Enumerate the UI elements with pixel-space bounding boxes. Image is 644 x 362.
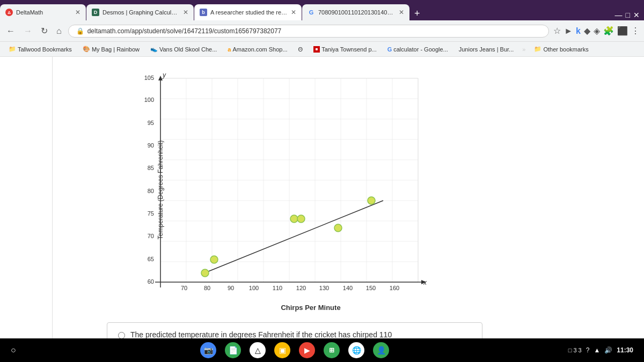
url-bar[interactable]: 🔒 deltamath.com/app/student/solve/164721…: [68, 25, 550, 38]
bookmark-theta[interactable]: Θ: [294, 45, 308, 54]
battery-text: □ 3 3: [568, 347, 582, 353]
person-icon: 👤: [377, 346, 386, 354]
tab-researcher[interactable]: b A researcher studied the relation ✕: [194, 4, 302, 20]
bookmark-star-icon[interactable]: ☆: [553, 26, 561, 36]
chart-svg-wrapper: y x 60 65 70 75 80 85 90 9: [139, 73, 472, 300]
tab-bar: Δ DeltaMath ✕ D Desmos | Graphing Calcul…: [0, 0, 644, 20]
volume-icon: 🔊: [604, 346, 612, 354]
desmos-favicon: D: [92, 9, 99, 16]
x-tick-150: 150: [366, 285, 376, 291]
chrome-icon: ○: [11, 345, 16, 354]
tab-deltamath-label: DeltaMath: [16, 9, 72, 16]
data-point-6: [368, 197, 375, 204]
bookmark-theta-label: Θ: [298, 46, 303, 53]
x-tick-130: 130: [319, 285, 329, 291]
data-point-2: [210, 256, 218, 263]
bookmark-juniors[interactable]: Juniors Jeans | Bur...: [455, 45, 518, 54]
taskbar-files-icon[interactable]: 📄: [225, 342, 241, 358]
taskbar-person-icon[interactable]: 👤: [373, 342, 389, 358]
bookmark-taniya[interactable]: ■ Taniya Townsend p...: [309, 45, 381, 54]
bookmark-vans-label: Vans Old Skool Che...: [159, 46, 217, 53]
tab-researcher-close[interactable]: ✕: [291, 9, 296, 16]
tab-deltamath-close[interactable]: ✕: [75, 9, 80, 16]
x-tick-110: 110: [273, 285, 282, 291]
lock-icon: 🔒: [76, 27, 84, 35]
chart-svg: y x 60 65 70 75 80 85 90 9: [139, 73, 429, 298]
tab-google-close[interactable]: ✕: [399, 9, 404, 16]
bookmark-rainbow-icon: 🎨: [83, 46, 90, 53]
bookmark-rainbow[interactable]: 🎨 My Bag | Rainbow: [78, 45, 144, 54]
taskbar-center: 📷 📄 △ ▣ ▶ ⊞ 🌐: [200, 342, 389, 358]
y-tick-75: 75: [148, 210, 154, 217]
deltamath-favicon: Δ: [5, 9, 13, 16]
forward-button[interactable]: →: [21, 24, 34, 38]
extension-icon-5[interactable]: ⬛: [617, 26, 628, 36]
tab-desmos-label: Desmos | Graphing Calculator: [103, 9, 180, 16]
y-axis-label: Temperature (Degrees Fahrenheit): [157, 140, 164, 239]
extension-icon-2[interactable]: ◆: [584, 26, 590, 36]
taskbar-video-icon[interactable]: 📷: [200, 342, 216, 358]
y-tick-100: 100: [144, 97, 154, 103]
bookmark-other-label: Other bookmarks: [543, 46, 588, 53]
chrome-browser-icon: 🌐: [352, 346, 361, 354]
bookmark-tallwood-label: Tallwood Bookmarks: [18, 46, 72, 53]
extension-icon-1[interactable]: ►: [564, 26, 573, 36]
video-icon: 📷: [204, 346, 213, 354]
tab-google[interactable]: G 70809010011012013014015... ✕: [302, 4, 409, 20]
tab-desmos-close[interactable]: ✕: [183, 9, 188, 16]
extension-icon-3[interactable]: ◈: [594, 26, 600, 36]
play-icon: ▶: [304, 346, 310, 354]
home-button[interactable]: ⌂: [54, 24, 64, 38]
extension-icon-4[interactable]: 🧩: [603, 26, 614, 36]
taskbar-slides-icon[interactable]: ▣: [274, 342, 290, 358]
bookmark-taniya-icon: ■: [313, 46, 320, 53]
back-button[interactable]: ←: [4, 24, 17, 38]
y-tick-65: 65: [148, 256, 154, 262]
bookmark-other-folder-icon: 📁: [534, 46, 541, 53]
bookmark-vans[interactable]: 👟 Vans Old Skool Che...: [146, 45, 221, 54]
question-radio[interactable]: [118, 332, 125, 338]
researcher-favicon: b: [200, 9, 207, 16]
x-axis-label: Chirps Per Minute: [139, 304, 482, 312]
bookmark-amazon[interactable]: a Amazon.com Shop...: [223, 45, 291, 54]
taskbar-sheets-icon[interactable]: ⊞: [324, 342, 340, 358]
question-mark[interactable]: ?: [586, 346, 590, 354]
x-axis-tick-label: x: [423, 279, 427, 286]
extension-icon-k[interactable]: k: [576, 26, 581, 36]
drive-icon: △: [255, 346, 261, 354]
tab-google-label: 70809010011012013014015...: [318, 9, 396, 16]
left-sidebar: [0, 57, 53, 338]
data-point-5: [334, 224, 342, 232]
tab-deltamath[interactable]: Δ DeltaMath ✕: [0, 4, 86, 20]
y-axis-tick-label: y: [162, 73, 166, 79]
x-tick-70: 70: [181, 285, 187, 291]
y-tick-60: 60: [148, 278, 154, 285]
x-tick-100: 100: [249, 285, 259, 291]
bookmark-other[interactable]: 📁 Other bookmarks: [530, 45, 592, 54]
taskbar-chrome-icon[interactable]: 🌐: [348, 342, 364, 358]
minimize-button[interactable]: —: [615, 11, 623, 19]
bookmark-vans-icon: 👟: [150, 46, 158, 53]
question-content: The predicted temperature in degrees Fah…: [118, 330, 471, 338]
new-tab-button[interactable]: +: [410, 8, 425, 19]
slides-icon: ▣: [279, 346, 286, 354]
y-tick-90: 90: [148, 142, 154, 149]
bookmark-folder-icon: 📁: [9, 46, 16, 53]
bookmark-tallwood[interactable]: 📁 Tallwood Bookmarks: [4, 45, 76, 54]
taskbar-play-icon[interactable]: ▶: [299, 342, 315, 358]
taskbar-drive-icon[interactable]: △: [250, 342, 266, 358]
close-button[interactable]: ✕: [633, 11, 640, 19]
y-arrow: [158, 76, 163, 80]
taskbar-right: □ 3 3 ? ▲ 🔊 11:30: [568, 346, 633, 354]
refresh-button[interactable]: ↻: [39, 24, 50, 38]
chart-container: Temperature (Degrees Fahrenheit): [107, 62, 482, 317]
bookmark-calculator[interactable]: G calculator - Google...: [383, 45, 452, 54]
maximize-button[interactable]: □: [626, 11, 630, 19]
x-tick-140: 140: [343, 285, 353, 291]
y-tick-105: 105: [144, 75, 154, 81]
menu-button[interactable]: ⋮: [631, 26, 640, 36]
y-tick-95: 95: [148, 120, 154, 126]
data-point-4: [297, 215, 305, 223]
google-favicon: G: [308, 9, 315, 16]
tab-desmos[interactable]: D Desmos | Graphing Calculator ✕: [86, 4, 194, 20]
